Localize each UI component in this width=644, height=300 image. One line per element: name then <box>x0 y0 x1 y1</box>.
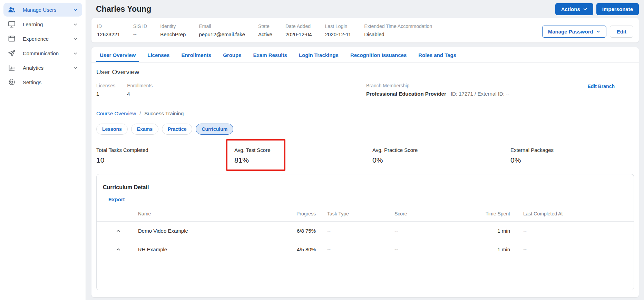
breadcrumb-current: Success Training <box>144 110 184 116</box>
paper-plane-icon <box>8 49 16 57</box>
edit-branch-link[interactable]: Edit Branch <box>587 83 634 97</box>
table-header-row: Name Progress Task Type Score Time Spent… <box>97 206 634 221</box>
content-card: User Overview Licenses Enrollments Group… <box>91 47 639 297</box>
info-field-state: State Active <box>258 23 272 37</box>
sidebar-item-experience[interactable]: Experience <box>3 32 82 46</box>
stat-avg-practice-score: Avg. Practice Score 0% <box>372 147 510 164</box>
breadcrumb: Course Overview / Success Training <box>91 105 639 116</box>
curriculum-detail-card: Curriculum Detail Export Name Progress T… <box>96 174 634 290</box>
actions-button[interactable]: Actions <box>555 3 593 15</box>
col-header-name: Name <box>128 211 280 216</box>
edit-button[interactable]: Edit <box>610 26 633 38</box>
cell-score: -- <box>394 246 464 252</box>
sidebar-item-analytics[interactable]: Analytics <box>3 61 82 75</box>
chevron-down-icon <box>73 22 78 27</box>
app-root: Manage Users Learning <box>0 0 644 300</box>
sidebar: Manage Users Learning <box>0 0 86 300</box>
chevron-up-icon <box>116 228 121 234</box>
collapse-row-button[interactable] <box>116 228 121 234</box>
user-info-bar: ID 12623221 SIS ID -- Identity BenchPrep… <box>91 18 639 42</box>
sidebar-item-learning[interactable]: Learning <box>3 17 82 31</box>
tab-enrollments[interactable]: Enrollments <box>178 47 215 62</box>
tabs-row: User Overview Licenses Enrollments Group… <box>91 47 639 62</box>
cell-progress: 6/8 75% <box>280 228 316 234</box>
info-field-id: ID 12623221 <box>97 23 120 37</box>
chevron-down-icon <box>73 36 78 41</box>
user-info-fields: ID 12623221 SIS ID -- Identity BenchPrep… <box>97 22 432 37</box>
sidebar-item-manage-users[interactable]: Manage Users <box>3 3 82 17</box>
browser-icon <box>8 35 16 43</box>
cell-score: -- <box>394 228 464 234</box>
gear-icon <box>8 78 16 86</box>
collapse-row-button[interactable] <box>116 247 121 252</box>
info-field-extended-time: Extended Time Accommodation Disabled <box>364 23 432 37</box>
sidebar-item-settings[interactable]: Settings <box>3 75 82 89</box>
breadcrumb-separator: / <box>139 110 141 116</box>
breadcrumb-course-overview[interactable]: Course Overview <box>96 110 136 116</box>
filter-pills: Lessons Exams Practice Curriculum <box>91 116 639 135</box>
branch-membership: Branch Membership Professional Education… <box>366 83 509 97</box>
cell-task-type: -- <box>316 228 394 234</box>
stat-external-packages: External Packages 0% <box>510 147 634 164</box>
tab-roles-and-tags[interactable]: Roles and Tags <box>415 47 460 62</box>
stat-total-tasks: Total Tasks Completed 10 <box>96 147 234 164</box>
tab-login-trackings[interactable]: Login Trackings <box>295 47 342 62</box>
cell-task-type: -- <box>316 246 394 252</box>
chevron-down-icon <box>73 65 78 70</box>
cell-last-completed: -- <box>510 228 634 234</box>
cell-time-spent: 1 min <box>464 246 510 252</box>
header-buttons: Actions Impersonate <box>555 3 639 15</box>
info-field-last-login: Last Login 2020-12-11 <box>325 23 351 37</box>
export-link[interactable]: Export <box>108 196 125 202</box>
curriculum-table: Name Progress Task Type Score Time Spent… <box>97 206 634 259</box>
chevron-down-icon <box>583 7 587 11</box>
sidebar-item-label: Settings <box>23 79 78 85</box>
impersonate-button[interactable]: Impersonate <box>596 3 639 15</box>
enrollments-stat: Enrollments 4 <box>127 83 153 97</box>
col-header-score: Score <box>394 211 464 216</box>
section-title: User Overview <box>96 68 634 76</box>
cell-name: RH Example <box>128 246 280 252</box>
summary-stats-row: Total Tasks Completed 10 Avg. Test Score… <box>91 135 639 164</box>
tab-licenses[interactable]: Licenses <box>144 47 173 62</box>
col-header-last-completed: Last Completed At <box>510 211 634 216</box>
avg-test-score-annotation-box <box>226 139 285 171</box>
cell-time-spent: 1 min <box>464 228 510 234</box>
sidebar-item-label: Learning <box>23 21 73 27</box>
pill-curriculum[interactable]: Curriculum <box>196 124 233 135</box>
actions-button-label: Actions <box>561 6 580 12</box>
page-title: Charles Young <box>96 4 151 14</box>
tab-groups[interactable]: Groups <box>219 47 245 62</box>
table-row: RH Example 4/5 80% -- -- 1 min -- <box>97 240 634 259</box>
branch-name: Professional Education Provider <box>366 91 446 97</box>
tab-exam-results[interactable]: Exam Results <box>250 47 290 62</box>
sidebar-item-label: Communication <box>23 50 73 56</box>
info-field-sis-id: SIS ID -- <box>133 23 147 37</box>
tab-user-overview[interactable]: User Overview <box>96 47 139 62</box>
info-field-identity: Identity BenchPrep <box>160 23 186 37</box>
sidebar-item-label: Analytics <box>23 65 73 71</box>
chevron-down-icon <box>73 51 78 56</box>
pill-lessons[interactable]: Lessons <box>96 124 128 135</box>
cell-last-completed: -- <box>510 246 634 252</box>
pill-practice[interactable]: Practice <box>162 124 192 135</box>
tab-recognition-issuances[interactable]: Recognition Issuances <box>347 47 410 62</box>
monitor-icon <box>8 20 16 28</box>
overview-stats: Licenses 1 Enrollments 4 <box>96 83 366 97</box>
chevron-down-icon <box>596 29 601 34</box>
table-row: Demo Video Example 6/8 75% -- -- 1 min -… <box>97 221 634 240</box>
manage-password-label: Manage Password <box>548 29 593 35</box>
manage-password-button[interactable]: Manage Password <box>542 26 606 38</box>
info-field-date-added: Date Added 2020-12-04 <box>285 23 312 37</box>
bar-chart-icon <box>8 64 16 72</box>
sidebar-item-label: Manage Users <box>23 7 73 13</box>
curriculum-detail-title: Curriculum Detail <box>103 184 634 191</box>
pill-exams[interactable]: Exams <box>131 124 158 135</box>
licenses-stat: Licenses 1 <box>96 83 115 97</box>
sidebar-item-communication[interactable]: Communication <box>3 46 82 60</box>
col-header-task-type: Task Type <box>316 211 394 216</box>
page-header: Charles Young Actions Impersonate <box>91 0 639 18</box>
col-header-progress: Progress <box>280 211 316 216</box>
branch-detail: ID: 17271 / External ID: -- <box>451 91 509 97</box>
cell-name: Demo Video Example <box>128 228 280 234</box>
